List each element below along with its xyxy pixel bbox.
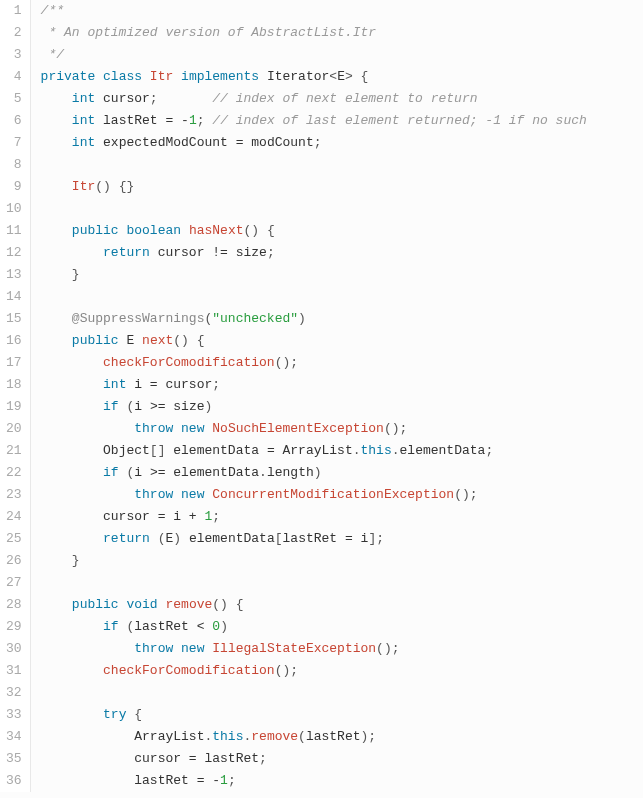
line-number: 20 xyxy=(6,418,22,440)
code-line: if (i >= size) xyxy=(41,396,643,418)
line-number: 28 xyxy=(6,594,22,616)
code-line: } xyxy=(41,264,643,286)
line-number: 21 xyxy=(6,440,22,462)
code-line: try { xyxy=(41,704,643,726)
code-line xyxy=(41,682,643,704)
code-line: int expectedModCount = modCount; xyxy=(41,132,643,154)
code-line: checkForComodification(); xyxy=(41,352,643,374)
code-line: checkForComodification(); xyxy=(41,660,643,682)
code-line: if (lastRet < 0) xyxy=(41,616,643,638)
code-line xyxy=(41,198,643,220)
code-line: ArrayList.this.remove(lastRet); xyxy=(41,726,643,748)
code-line: return cursor != size; xyxy=(41,242,643,264)
line-number: 34 xyxy=(6,726,22,748)
code-block: 1234567891011121314151617181920212223242… xyxy=(0,0,643,792)
code-line: lastRet = -1; xyxy=(41,770,643,792)
line-number: 10 xyxy=(6,198,22,220)
line-number: 35 xyxy=(6,748,22,770)
code-line: throw new ConcurrentModificationExceptio… xyxy=(41,484,643,506)
code-line: public boolean hasNext() { xyxy=(41,220,643,242)
code-line: private class Itr implements Iterator<E>… xyxy=(41,66,643,88)
line-number: 27 xyxy=(6,572,22,594)
code-line: int lastRet = -1; // index of last eleme… xyxy=(41,110,643,132)
line-number: 30 xyxy=(6,638,22,660)
code-line: */ xyxy=(41,44,643,66)
line-number: 22 xyxy=(6,462,22,484)
line-number: 11 xyxy=(6,220,22,242)
line-number: 26 xyxy=(6,550,22,572)
line-number: 31 xyxy=(6,660,22,682)
code-line: Object[] elementData = ArrayList.this.el… xyxy=(41,440,643,462)
code-line: int i = cursor; xyxy=(41,374,643,396)
code-line: int cursor; // index of next element to … xyxy=(41,88,643,110)
line-number: 1 xyxy=(6,0,22,22)
line-number: 32 xyxy=(6,682,22,704)
line-number: 9 xyxy=(6,176,22,198)
line-number: 23 xyxy=(6,484,22,506)
line-number: 4 xyxy=(6,66,22,88)
code-line: Itr() {} xyxy=(41,176,643,198)
code-line: public E next() { xyxy=(41,330,643,352)
code-line: return (E) elementData[lastRet = i]; xyxy=(41,528,643,550)
line-number: 2 xyxy=(6,22,22,44)
line-number: 14 xyxy=(6,286,22,308)
code-line: public void remove() { xyxy=(41,594,643,616)
code-line xyxy=(41,286,643,308)
line-number: 24 xyxy=(6,506,22,528)
code-line: } xyxy=(41,550,643,572)
line-number: 33 xyxy=(6,704,22,726)
line-number: 16 xyxy=(6,330,22,352)
line-number: 5 xyxy=(6,88,22,110)
code-line: throw new NoSuchElementException(); xyxy=(41,418,643,440)
code-line: * An optimized version of AbstractList.I… xyxy=(41,22,643,44)
line-number: 7 xyxy=(6,132,22,154)
line-number: 15 xyxy=(6,308,22,330)
code-line: cursor = i + 1; xyxy=(41,506,643,528)
line-number: 19 xyxy=(6,396,22,418)
line-number: 12 xyxy=(6,242,22,264)
code-line xyxy=(41,572,643,594)
code-line: @SuppressWarnings("unchecked") xyxy=(41,308,643,330)
code-line: /** xyxy=(41,0,643,22)
code-content[interactable]: /** * An optimized version of AbstractLi… xyxy=(31,0,643,792)
line-number: 17 xyxy=(6,352,22,374)
line-number-gutter: 1234567891011121314151617181920212223242… xyxy=(0,0,31,792)
line-number: 8 xyxy=(6,154,22,176)
code-line: cursor = lastRet; xyxy=(41,748,643,770)
line-number: 29 xyxy=(6,616,22,638)
line-number: 25 xyxy=(6,528,22,550)
line-number: 36 xyxy=(6,770,22,792)
line-number: 18 xyxy=(6,374,22,396)
code-line: if (i >= elementData.length) xyxy=(41,462,643,484)
code-line xyxy=(41,154,643,176)
code-line: throw new IllegalStateException(); xyxy=(41,638,643,660)
line-number: 3 xyxy=(6,44,22,66)
line-number: 13 xyxy=(6,264,22,286)
line-number: 6 xyxy=(6,110,22,132)
